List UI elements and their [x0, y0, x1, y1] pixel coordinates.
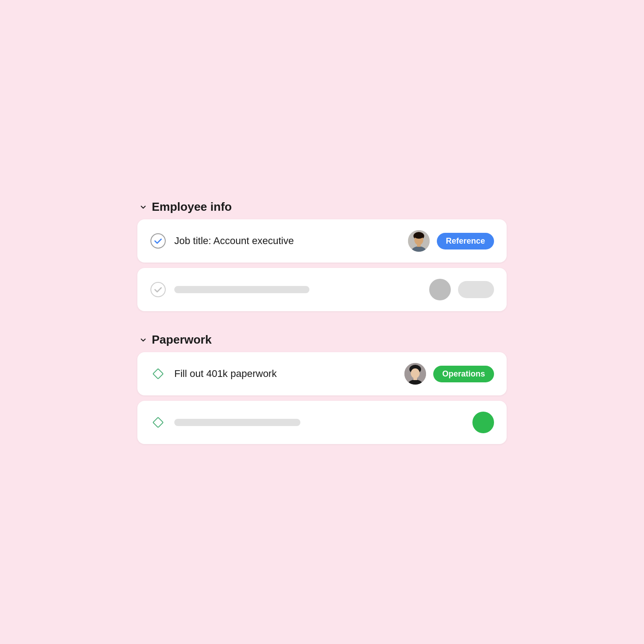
svg-point-0	[151, 234, 165, 248]
diamond-icon-1	[150, 366, 166, 382]
avatar-female	[404, 363, 426, 385]
diamond-icon-2	[150, 414, 166, 431]
svg-point-7	[151, 282, 165, 297]
paperwork-card-left: Fill out 401k paperwork	[150, 366, 277, 382]
svg-rect-8	[153, 369, 163, 379]
svg-point-4	[414, 232, 424, 239]
skeleton-text-1	[174, 286, 309, 293]
card-right-1: Reference	[408, 230, 494, 252]
paperwork-title: Paperwork	[152, 333, 212, 347]
operations-tag[interactable]: Operations	[433, 366, 494, 382]
avatar-placeholder-1	[429, 279, 451, 300]
green-dot-avatar	[472, 412, 494, 433]
card-left-skeleton	[150, 281, 309, 298]
paperwork-card-1: Fill out 401k paperwork	[137, 352, 507, 395]
tag-skeleton-1	[458, 281, 494, 298]
paperwork-card-right-2	[472, 412, 494, 433]
chevron-down-icon-2[interactable]	[139, 336, 147, 344]
employee-info-header: Employee info	[137, 200, 507, 214]
check-circle-icon-2	[150, 281, 166, 298]
svg-point-11	[411, 368, 420, 378]
svg-rect-14	[153, 417, 163, 428]
card-right-skeleton	[429, 279, 494, 300]
paperwork-card-2	[137, 401, 507, 444]
employee-info-section: Employee info Job title: Account executi…	[137, 200, 507, 311]
card-left: Job title: Account executive	[150, 233, 294, 249]
check-circle-icon	[150, 233, 166, 249]
job-title-card: Job title: Account executive	[137, 219, 507, 263]
chevron-down-icon[interactable]	[139, 203, 147, 211]
job-title-text: Job title: Account executive	[174, 235, 294, 247]
employee-skeleton-card	[137, 268, 507, 311]
paperwork-section: Paperwork Fill out 401k paperwork	[137, 333, 507, 444]
employee-info-title: Employee info	[152, 200, 232, 214]
skeleton-text-2	[174, 419, 300, 426]
svg-rect-6	[417, 244, 421, 247]
paperwork-text: Fill out 401k paperwork	[174, 368, 277, 380]
paperwork-card-left-2	[150, 414, 300, 431]
main-container: Employee info Job title: Account executi…	[137, 200, 507, 444]
avatar-male	[408, 230, 430, 252]
reference-tag[interactable]: Reference	[437, 233, 494, 249]
svg-rect-13	[413, 377, 417, 380]
paperwork-card-right: Operations	[404, 363, 494, 385]
paperwork-header: Paperwork	[137, 333, 507, 347]
